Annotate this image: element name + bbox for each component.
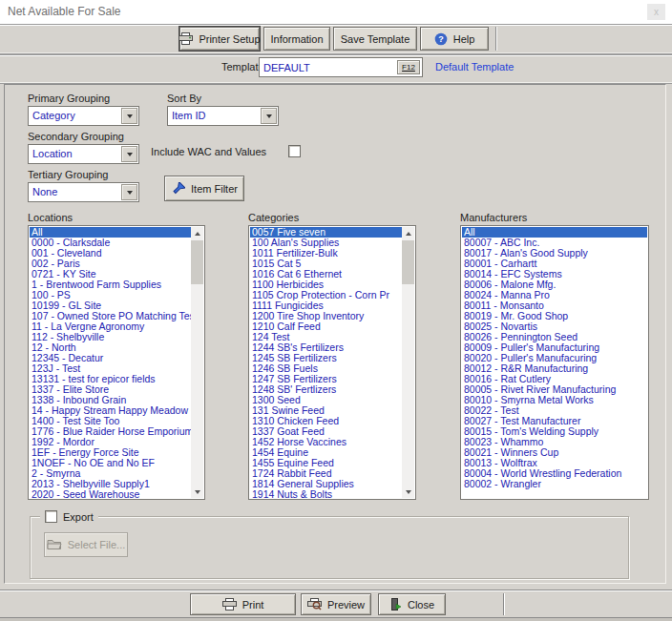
secondary-grouping-select[interactable]: Location bbox=[28, 144, 139, 164]
list-item[interactable]: 1011 Fertilizer-Bulk bbox=[250, 248, 402, 259]
categories-listbox[interactable]: 0057 Five seven100 Alan's Supplies1011 F… bbox=[248, 225, 416, 500]
f12-lookup-button[interactable]: F12 bbox=[397, 60, 420, 74]
list-item[interactable]: All bbox=[30, 227, 191, 238]
include-wac-checkbox[interactable] bbox=[288, 145, 301, 157]
list-item[interactable]: 80020 - Puller's Manufacuring bbox=[462, 353, 647, 363]
list-item[interactable]: 80006 - Malone Mfg. bbox=[462, 279, 647, 290]
scrollbar-thumb[interactable] bbox=[191, 240, 203, 284]
list-item[interactable]: 80014 - EFC Systems bbox=[462, 269, 647, 279]
information-button[interactable]: Information bbox=[263, 27, 330, 51]
list-item[interactable]: 131 Swine Feed bbox=[250, 405, 402, 416]
tertiary-grouping-dropdown-button[interactable] bbox=[121, 184, 137, 200]
list-item[interactable]: 80026 - Pennington Seed bbox=[462, 332, 647, 342]
list-item[interactable]: 14 - Happy Stream Happy Meadow Ch bbox=[30, 405, 191, 416]
list-item[interactable]: 1914 Nuts & Bolts bbox=[250, 489, 402, 498]
categories-scrollbar[interactable] bbox=[402, 227, 414, 498]
list-item[interactable]: 80017 - Alan's Good Supply bbox=[462, 248, 647, 259]
list-item[interactable]: 1248 SB' Fertlizers bbox=[250, 384, 402, 395]
print-button[interactable]: Print bbox=[190, 593, 296, 615]
list-item[interactable]: 100 - PS bbox=[30, 290, 191, 300]
list-item[interactable]: 2 - Smyrna bbox=[30, 468, 191, 479]
list-item[interactable]: All bbox=[462, 227, 647, 238]
list-item[interactable]: 1NOEF - No OE and No EF bbox=[30, 458, 191, 468]
scroll-up-icon[interactable] bbox=[191, 227, 203, 239]
scroll-up-icon[interactable] bbox=[402, 227, 414, 239]
list-item[interactable]: 80015 - Tom's Welding Supply bbox=[462, 426, 647, 437]
list-item[interactable]: 1016 Cat 6 Ethernet bbox=[250, 269, 402, 279]
list-item[interactable]: 2020 - Seed Warehouse bbox=[30, 489, 191, 498]
select-file-button[interactable]: Select File... bbox=[44, 532, 128, 557]
list-item[interactable]: 1338 - Inbound Grain bbox=[30, 395, 191, 405]
list-item[interactable]: 100 Alan's Supplies bbox=[250, 238, 402, 248]
list-item[interactable]: 0721 - KY Site bbox=[30, 269, 191, 279]
list-item[interactable]: 80022 - Test bbox=[462, 405, 647, 416]
template-input[interactable]: DEFAULT F12 bbox=[259, 57, 423, 77]
list-item[interactable]: 2013 - Shelbyville Supply1 bbox=[30, 479, 191, 489]
list-item[interactable]: 1210 Calf Feed bbox=[250, 321, 402, 332]
list-item[interactable]: 12 - North bbox=[30, 342, 191, 353]
sort-by-select[interactable]: Item ID bbox=[167, 106, 279, 126]
list-item[interactable]: 80002 - Wrangler bbox=[462, 479, 647, 489]
list-item[interactable]: 80016 - Rat Cutlery bbox=[462, 374, 647, 384]
list-item[interactable]: 80009 - Puller's Manufacturing bbox=[462, 342, 647, 353]
list-item[interactable]: 1337 Goat Feed bbox=[250, 426, 402, 437]
list-item[interactable]: 80007 - ABC Inc. bbox=[462, 238, 647, 248]
list-item[interactable]: 1100 Herbicides bbox=[250, 279, 402, 290]
list-item[interactable]: 80027 - Test Manufacturer bbox=[462, 416, 647, 426]
scroll-down-icon[interactable] bbox=[191, 486, 203, 498]
list-item[interactable]: 80024 - Manna Pro bbox=[462, 290, 647, 300]
list-item[interactable]: 80025 - Novartis bbox=[462, 321, 647, 332]
list-item[interactable]: 11 - La Vergne Agronomy bbox=[30, 321, 191, 332]
item-filter-button[interactable]: Item Filter bbox=[164, 176, 244, 201]
list-item[interactable]: 1247 SB Fertilizers bbox=[250, 374, 402, 384]
list-item[interactable]: 1454 Equine bbox=[250, 447, 402, 458]
list-item[interactable]: 1310 Chicken Feed bbox=[250, 416, 402, 426]
close-window-button[interactable]: x bbox=[647, 4, 665, 20]
list-item[interactable]: 1246 SB Fuels bbox=[250, 363, 402, 374]
locations-scrollbar[interactable] bbox=[191, 227, 203, 498]
list-item[interactable]: 002 - Paris bbox=[30, 259, 191, 269]
help-button[interactable]: ? Help bbox=[420, 27, 489, 51]
list-item[interactable]: 112 - Shelbyville bbox=[30, 332, 191, 342]
printer-setup-button[interactable]: Printer Setup bbox=[179, 27, 260, 51]
list-item[interactable]: 1200 Tire Shop Inventory bbox=[250, 311, 402, 321]
list-item[interactable]: 1337 - Elite Store bbox=[30, 384, 191, 395]
list-item[interactable]: 10199 - GL Site bbox=[30, 300, 191, 311]
list-item[interactable]: 1776 - Blue Raider Horse Emporium bbox=[30, 426, 191, 437]
list-item[interactable]: 0000 - Clarksdale bbox=[30, 238, 191, 248]
list-item[interactable]: 80023 - Whammo bbox=[462, 437, 647, 447]
list-item[interactable]: 80004 - World Wrestling Federation bbox=[462, 468, 647, 479]
list-item[interactable]: 1245 SB Fertilizers bbox=[250, 353, 402, 363]
list-item[interactable]: 1111 Fungicides bbox=[250, 300, 402, 311]
list-item[interactable]: 1400 - Test Site Too bbox=[30, 416, 191, 426]
list-item[interactable]: 1015 Cat 5 bbox=[250, 259, 402, 269]
list-item[interactable]: 123J - Test bbox=[30, 363, 191, 374]
list-item[interactable]: 1724 Rabbit Feed bbox=[250, 468, 402, 479]
list-item[interactable]: 12345 - Decatur bbox=[30, 353, 191, 363]
list-item[interactable]: 1105 Crop Protection - Corn Pr bbox=[250, 290, 402, 300]
scroll-down-icon[interactable] bbox=[402, 486, 414, 498]
list-item[interactable]: 80013 - Wolftrax bbox=[462, 458, 647, 468]
list-item[interactable]: 1244 SB's Fertilizers bbox=[250, 342, 402, 353]
locations-listbox[interactable]: All0000 - Clarksdale001 - Cleveland002 -… bbox=[28, 225, 205, 500]
list-item[interactable]: 80019 - Mr. Good Shop bbox=[462, 311, 647, 321]
sort-by-dropdown-button[interactable] bbox=[261, 108, 277, 124]
save-template-button[interactable]: Save Template bbox=[333, 27, 417, 51]
primary-grouping-select[interactable]: Category bbox=[28, 106, 139, 126]
list-item[interactable]: 80011 - Monsanto bbox=[462, 300, 647, 311]
primary-grouping-dropdown-button[interactable] bbox=[121, 108, 137, 124]
list-item[interactable]: 0057 Five seven bbox=[250, 227, 402, 238]
list-item[interactable]: 80021 - Winners Cup bbox=[462, 447, 647, 458]
list-item[interactable]: 124 Test bbox=[250, 332, 402, 342]
scrollbar-thumb[interactable] bbox=[402, 240, 414, 284]
manufacturers-listbox[interactable]: All80007 - ABC Inc.80017 - Alan's Good S… bbox=[460, 225, 649, 500]
list-item[interactable]: 107 - Owned Store PO Matching Test bbox=[30, 311, 191, 321]
list-item[interactable]: 1 - Brentwood Farm Supplies bbox=[30, 279, 191, 290]
list-item[interactable]: 80010 - Smyrna Metal Works bbox=[462, 395, 647, 405]
list-item[interactable]: 80012 - R&R Manufacturing bbox=[462, 363, 647, 374]
list-item[interactable]: 80001 - Carhartt bbox=[462, 259, 647, 269]
list-item[interactable]: 1452 Horse Vaccines bbox=[250, 437, 402, 447]
list-item[interactable]: 80005 - Rivet River Manufacturing bbox=[462, 384, 647, 395]
list-item[interactable]: 1455 Equine Feed bbox=[250, 458, 402, 468]
list-item[interactable]: 1EF - Energy Force Site bbox=[30, 447, 191, 458]
